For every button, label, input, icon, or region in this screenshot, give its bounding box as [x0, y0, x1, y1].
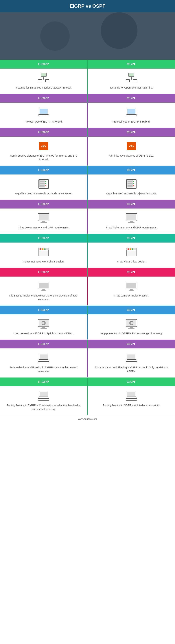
- svg-rect-93: [126, 282, 136, 288]
- svg-rect-25: [46, 80, 49, 82]
- svg-rect-131: [126, 399, 137, 400]
- section-header-row-1: EIGRPOSPF: [0, 60, 175, 68]
- svg-rect-87: [127, 250, 136, 256]
- svg-rect-69: [39, 214, 49, 220]
- svg-rect-23: [41, 73, 46, 76]
- svg-rect-105: [41, 328, 47, 329]
- ospf-icon-7: [124, 280, 139, 292]
- ospf-header-4: OSPF: [88, 166, 175, 174]
- ospf-cell-9: Summarization and Filtering in OSPF occu…: [88, 348, 175, 377]
- eigrp-icon-5: [36, 212, 51, 224]
- svg-rect-70: [42, 221, 45, 222]
- svg-rect-75: [128, 222, 134, 223]
- svg-rect-41: [42, 115, 46, 115]
- eigrp-header-5: EIGRP: [0, 200, 87, 208]
- svg-rect-117: [40, 354, 48, 359]
- eigrp-header-10: EIGRP: [0, 378, 87, 386]
- ospf-text-9: Summarization and Filtering in OSPF occu…: [93, 366, 169, 373]
- ospf-header-6: OSPF: [88, 234, 175, 242]
- svg-rect-31: [129, 73, 134, 76]
- ospf-header-9: OSPF: [88, 340, 175, 348]
- eigrp-cell-8: Loop prevention in EIGRP is Split horizo…: [0, 314, 87, 340]
- eigrp-cell-1: It stands for Enhanced Interior Gateway …: [0, 68, 87, 94]
- ospf-text-7: It has complex implementation.: [114, 294, 149, 298]
- svg-point-65: [133, 181, 134, 182]
- svg-rect-18: [140, 34, 158, 36]
- svg-rect-14: [137, 27, 167, 47]
- svg-rect-12: [114, 36, 136, 54]
- svg-point-67: [133, 185, 134, 186]
- svg-rect-104: [42, 327, 45, 328]
- section-content-row-7: It is Easy to implement however there is…: [0, 276, 175, 306]
- svg-rect-102: [41, 323, 42, 323]
- eigrp-text-1: It stands for Enhanced Interior Gateway …: [16, 86, 72, 90]
- svg-rect-115: [128, 328, 134, 329]
- svg-rect-114: [130, 327, 133, 328]
- svg-text:</>: </>: [41, 144, 46, 148]
- svg-rect-103: [45, 323, 46, 323]
- svg-rect-32: [126, 80, 129, 82]
- svg-rect-3: [9, 46, 13, 48]
- svg-rect-39: [40, 109, 48, 114]
- eigrp-text-2: Protocol type of EIGRP is Hybrid.: [25, 120, 63, 124]
- ospf-icon-8: [124, 318, 139, 330]
- svg-rect-127: [38, 399, 49, 400]
- eigrp-header-3: EIGRP: [0, 128, 87, 137]
- eigrp-cell-2: Protocol type of EIGRP is Hybrid.: [0, 102, 87, 128]
- section-header-row-5: EIGRPOSPF: [0, 200, 175, 208]
- eigrp-icon-3: </>: [36, 141, 51, 152]
- eigrp-header-2: EIGRP: [0, 94, 87, 102]
- section-content-row-10: Routing Metrics in EIGRP is Combination …: [0, 386, 175, 415]
- section-content-row-5: It has Lower memory and CPU requirements…: [0, 208, 175, 234]
- svg-text:</>: </>: [129, 144, 134, 148]
- svg-point-84: [127, 248, 129, 250]
- eigrp-cell-3: </> Administrative distance of EIGRP is …: [0, 137, 87, 166]
- eigrp-icon-7: [36, 280, 51, 292]
- section-content-row-6: It does not have Hierarchical design. It…: [0, 242, 175, 268]
- svg-point-66: [133, 183, 134, 184]
- svg-rect-33: [133, 80, 137, 82]
- ospf-cell-4: Algorithm used in OSPF is Dijkstra link …: [88, 174, 175, 200]
- ospf-cell-1: It stands for Open Shortest Path First: [88, 68, 175, 94]
- ospf-text-4: Algorithm used in OSPF is Dijkstra link …: [106, 192, 157, 196]
- ospf-icon-2: [124, 107, 139, 118]
- section-content-row-2: Protocol type of EIGRP is Hybrid. Protoc…: [0, 102, 175, 128]
- section-content-row-9: Summarization and Filtering in EIGRP occ…: [0, 348, 175, 378]
- svg-rect-0: [0, 12, 175, 60]
- eigrp-header-1: EIGRP: [0, 60, 87, 68]
- svg-rect-123: [126, 362, 137, 363]
- ospf-cell-7: It has complex implementation.: [88, 276, 175, 306]
- section-header-row-2: EIGRPOSPF: [0, 94, 175, 102]
- svg-rect-71: [41, 222, 47, 223]
- eigrp-text-7: It is Easy to implement however there is…: [6, 294, 82, 302]
- eigrp-cell-10: Routing Metrics in EIGRP is Combination …: [0, 386, 87, 415]
- svg-rect-90: [42, 289, 45, 290]
- eigrp-header-4: EIGRP: [0, 166, 87, 174]
- eigrp-text-10: Routing Metrics in EIGRP is Combination …: [6, 404, 82, 411]
- eigrp-icon-2: [36, 107, 51, 118]
- svg-point-56: [45, 181, 46, 182]
- ospf-header-2: OSPF: [88, 94, 175, 102]
- eigrp-cell-7: It is Easy to implement however there is…: [0, 276, 87, 306]
- section-header-row-8: EIGRPOSPF: [0, 306, 175, 314]
- svg-rect-130: [126, 397, 137, 398]
- svg-rect-122: [126, 360, 137, 361]
- section-content-row-3: </> Administrative distance of EIGRP is …: [0, 137, 175, 166]
- svg-point-80: [44, 248, 46, 250]
- svg-rect-8: [29, 46, 33, 48]
- ospf-icon-5: [124, 212, 139, 224]
- eigrp-icon-8: [36, 318, 51, 330]
- section-header-row-4: EIGRPOSPF: [0, 166, 175, 174]
- svg-rect-9: [9, 49, 31, 52]
- eigrp-text-8: Loop prevention in EIGRP is Split horizo…: [13, 332, 74, 336]
- eigrp-cell-4: Algorithm used in EIGRP is DUAL distance…: [0, 174, 87, 200]
- hero-image: [0, 12, 175, 60]
- svg-rect-110: [131, 321, 132, 322]
- svg-rect-119: [38, 362, 49, 363]
- eigrp-icon-4: [36, 178, 51, 190]
- eigrp-text-9: Summarization and Filtering in EIGRP occ…: [6, 366, 82, 373]
- svg-rect-54: [40, 183, 45, 184]
- svg-rect-129: [127, 392, 135, 396]
- svg-point-85: [130, 248, 131, 250]
- svg-rect-21: [140, 41, 149, 42]
